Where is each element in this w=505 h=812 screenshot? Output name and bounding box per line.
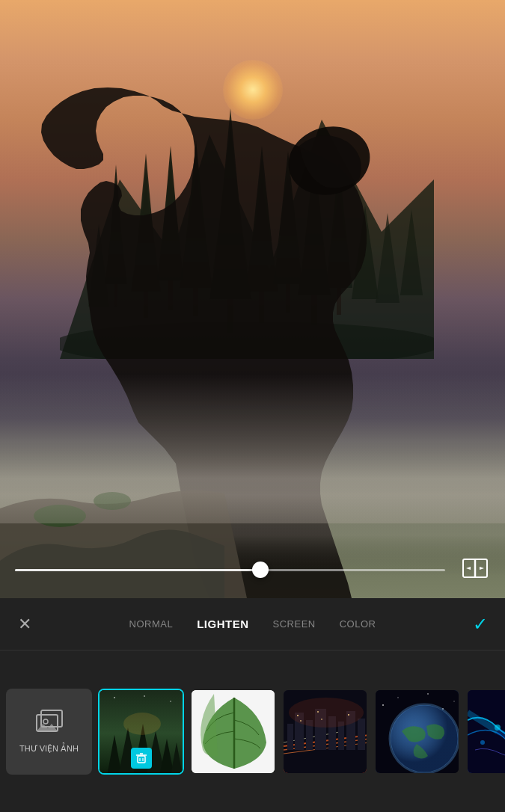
thumbnail-blue[interactable] bbox=[466, 689, 505, 775]
blend-mode-normal[interactable]: NORMAL bbox=[125, 615, 178, 633]
image-strip: THƯ VIỆN ẢNH bbox=[0, 650, 505, 812]
blend-mode-color[interactable]: COLOR bbox=[335, 615, 381, 633]
svg-point-65 bbox=[123, 713, 161, 735]
svg-rect-77 bbox=[287, 724, 293, 750]
fog-layer bbox=[0, 374, 505, 523]
svg-point-56 bbox=[114, 697, 115, 698]
svg-point-96 bbox=[427, 693, 429, 695]
slider-fill bbox=[15, 569, 260, 571]
svg-rect-84 bbox=[358, 719, 365, 750]
opacity-slider-container[interactable] bbox=[15, 562, 445, 577]
main-image bbox=[0, 0, 505, 598]
svg-point-92 bbox=[382, 704, 384, 706]
svg-point-53 bbox=[43, 719, 48, 724]
svg-point-57 bbox=[144, 695, 145, 697]
thumbnail-earth[interactable] bbox=[374, 689, 460, 775]
library-label: THƯ VIỆN ẢNH bbox=[19, 744, 79, 754]
image-canvas bbox=[0, 0, 505, 598]
library-button[interactable]: THƯ VIỆN ẢNH bbox=[6, 689, 92, 775]
close-button[interactable]: ✕ bbox=[11, 611, 38, 638]
compare-button[interactable] bbox=[460, 553, 490, 583]
blend-mode-lighten[interactable]: LIGHTEN bbox=[192, 615, 253, 633]
svg-point-95 bbox=[453, 701, 455, 702]
svg-point-102 bbox=[480, 740, 485, 745]
slider-track bbox=[15, 569, 445, 571]
svg-rect-66 bbox=[138, 756, 145, 763]
slider-thumb[interactable] bbox=[252, 562, 269, 578]
bottom-toolbar: ✕ NORMAL LIGHTEN SCREEN COLOR ✓ THƯ VIỆN bbox=[0, 598, 505, 812]
library-icon bbox=[35, 709, 64, 738]
blend-modes-row: ✕ NORMAL LIGHTEN SCREEN COLOR ✓ bbox=[0, 598, 505, 650]
blend-mode-screen[interactable]: SCREEN bbox=[269, 615, 320, 633]
compare-icon bbox=[462, 555, 489, 582]
confirm-button[interactable]: ✓ bbox=[467, 611, 494, 638]
blend-modes-list: NORMAL LIGHTEN SCREEN COLOR bbox=[125, 615, 381, 633]
thumbnail-forest[interactable] bbox=[98, 689, 184, 775]
svg-point-90 bbox=[289, 698, 364, 728]
thumbnail-delete[interactable] bbox=[131, 748, 152, 769]
svg-marker-49 bbox=[466, 567, 471, 570]
thumbnail-city[interactable] bbox=[282, 689, 368, 775]
svg-marker-50 bbox=[480, 567, 484, 570]
thumbnail-leaf[interactable] bbox=[190, 689, 276, 775]
svg-point-58 bbox=[170, 701, 171, 702]
svg-point-93 bbox=[397, 697, 399, 698]
